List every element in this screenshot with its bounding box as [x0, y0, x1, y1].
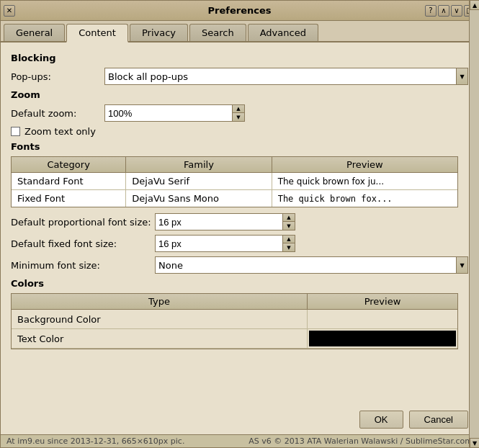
zoom-text-only-label: Zoom text only — [24, 126, 96, 137]
colors-table-container: Type Preview Background Color Text Co — [11, 293, 458, 349]
fonts-col-category: Category — [12, 157, 126, 173]
proportional-down-button[interactable]: ▼ — [283, 222, 295, 230]
font-family-fixed: DejaVu Sans Mono — [126, 190, 272, 207]
titlebar-right-buttons: ? ∧ ∨ □ — [425, 5, 475, 17]
default-zoom-spinner[interactable]: ▲ ▼ — [104, 104, 245, 122]
colors-table-area: Type Preview Background Color Text Co — [11, 293, 468, 349]
colors-col-preview: Preview — [308, 294, 458, 310]
tab-search[interactable]: Search — [189, 24, 246, 41]
tab-general[interactable]: General — [4, 24, 65, 41]
text-color-swatch[interactable] — [309, 331, 456, 346]
font-category-standard: Standard Font — [12, 173, 126, 190]
font-preview-fixed: The quick brown fox... — [272, 190, 457, 207]
close-button[interactable]: ✕ — [4, 5, 15, 17]
fixed-up-button[interactable]: ▲ — [283, 236, 295, 243]
font-family-standard: DejaVu Serif — [126, 173, 272, 190]
default-fixed-input[interactable] — [156, 236, 282, 251]
popups-dropdown[interactable]: Block all pop-ups ▼ — [104, 68, 468, 85]
fonts-section-title: Fonts — [11, 141, 468, 152]
tab-privacy[interactable]: Privacy — [130, 24, 188, 41]
fixed-spinner-buttons: ▲ ▼ — [282, 236, 295, 251]
default-zoom-row: Default zoom: ▲ ▼ — [11, 104, 468, 122]
default-fixed-label: Default fixed font size: — [11, 238, 155, 249]
colors-table: Type Preview Background Color Text Co — [12, 294, 457, 349]
titlebar-left-buttons: ✕ — [4, 5, 15, 17]
minimum-font-row: Minimum font size: None ▼ — [11, 256, 468, 274]
default-fixed-row: Default fixed font size: ▲ ▼ — [11, 235, 468, 252]
tab-bar: General Content Privacy Search Advanced — [1, 21, 478, 42]
zoom-section-title: Zoom — [11, 89, 468, 100]
statusbar: At im9.eu since 2013-12-31, 665×610px pi… — [1, 434, 478, 447]
zoom-text-only-checkbox[interactable] — [11, 127, 20, 136]
window-title: Preferences — [208, 5, 272, 16]
color-type-text: Text Color — [12, 329, 308, 349]
zoom-down-button[interactable]: ▼ — [233, 113, 244, 121]
content-panel: Blocking Pop-ups: Block all pop-ups ▼ Zo… — [1, 42, 478, 405]
fonts-table: Category Family Preview Standard Font De… — [12, 157, 457, 207]
blocking-section-title: Blocking — [11, 53, 468, 63]
bg-color-swatch[interactable] — [309, 311, 456, 327]
proportional-up-button[interactable]: ▲ — [283, 214, 295, 222]
color-type-bg: Background Color — [12, 310, 308, 329]
colors-section-title: Colors — [11, 278, 468, 289]
scroll-up-button[interactable]: ∧ — [438, 5, 449, 17]
ok-button[interactable]: OK — [359, 411, 403, 429]
fonts-table-area: Category Family Preview Standard Font De… — [11, 156, 468, 207]
default-proportional-input[interactable] — [156, 214, 282, 230]
tab-content[interactable]: Content — [66, 24, 128, 42]
statusbar-right: AS v6 © 2013 ATA Walerian Walawski / Sub… — [249, 436, 473, 446]
minimum-font-label: Minimum font size: — [11, 260, 155, 271]
colors-scroll-track[interactable] — [470, 42, 478, 405]
minimum-font-value: None — [156, 257, 456, 273]
font-preview-standard: The quick brown fox ju... — [272, 173, 457, 190]
colors-table-scrollbar[interactable]: ▲ ▼ — [469, 42, 478, 405]
zoom-spinner-buttons: ▲ ▼ — [232, 105, 244, 121]
minimum-font-arrow[interactable]: ▼ — [456, 257, 467, 273]
color-preview-text[interactable] — [308, 329, 458, 349]
preferences-window: ✕ Preferences ? ∧ ∨ □ General Content Pr… — [0, 0, 479, 448]
color-preview-bg[interactable] — [308, 310, 458, 329]
popups-dropdown-arrow[interactable]: ▼ — [456, 68, 467, 84]
default-proportional-spinner[interactable]: ▲ ▼ — [155, 213, 295, 230]
table-row: Text Color — [12, 329, 457, 349]
fixed-down-button[interactable]: ▼ — [283, 243, 295, 251]
zoom-text-only-row: Zoom text only — [11, 126, 468, 137]
table-row: Standard Font DejaVu Serif The quick bro… — [12, 173, 457, 190]
cancel-button[interactable]: Cancel — [409, 411, 468, 429]
table-row: Background Color — [12, 310, 457, 329]
default-zoom-input[interactable] — [105, 105, 232, 121]
help-button[interactable]: ? — [425, 5, 437, 17]
fonts-col-preview: Preview — [272, 157, 457, 173]
default-proportional-label: Default proportional font size: — [11, 217, 155, 228]
zoom-up-button[interactable]: ▲ — [233, 105, 244, 113]
default-zoom-label: Default zoom: — [11, 108, 104, 119]
default-fixed-spinner[interactable]: ▲ ▼ — [155, 235, 295, 252]
colors-col-type: Type — [12, 294, 308, 310]
fonts-col-family: Family — [126, 157, 272, 173]
titlebar: ✕ Preferences ? ∧ ∨ □ — [1, 1, 478, 21]
tab-advanced[interactable]: Advanced — [248, 24, 318, 41]
proportional-spinner-buttons: ▲ ▼ — [282, 214, 295, 230]
popups-value: Block all pop-ups — [105, 68, 456, 84]
scroll-down-button[interactable]: ∨ — [451, 5, 462, 17]
popups-label: Pop-ups: — [11, 71, 104, 82]
font-category-fixed: Fixed Font — [12, 190, 126, 207]
button-bar: OK Cancel — [1, 405, 478, 434]
fonts-table-container: Category Family Preview Standard Font De… — [11, 156, 458, 207]
table-row: Fixed Font DejaVu Sans Mono The quick br… — [12, 190, 457, 207]
default-proportional-row: Default proportional font size: ▲ ▼ — [11, 213, 468, 230]
statusbar-left: At im9.eu since 2013-12-31, 665×610px pi… — [6, 436, 184, 446]
minimum-font-dropdown[interactable]: None ▼ — [155, 256, 468, 274]
popups-row: Pop-ups: Block all pop-ups ▼ — [11, 68, 468, 85]
